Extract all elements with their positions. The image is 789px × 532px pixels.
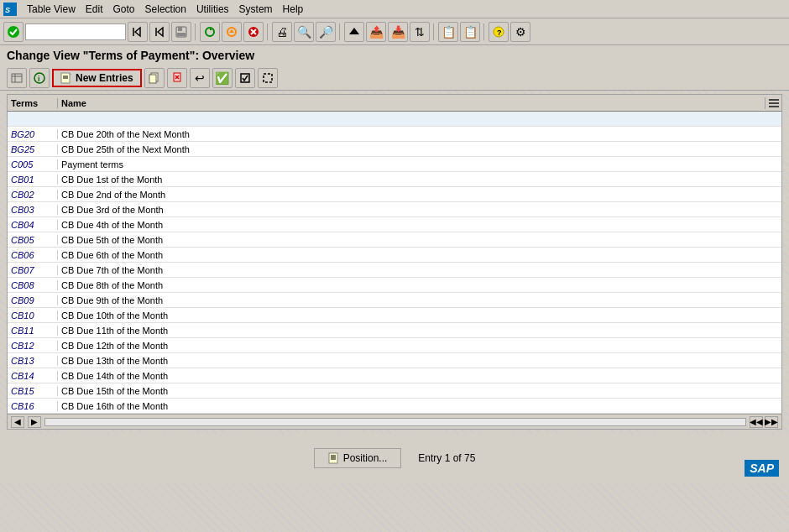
- menu-bar: S Table View Edit Goto Selection Utiliti…: [0, 0, 789, 18]
- cell-name: CB Due 3rd of the Month: [58, 205, 781, 215]
- svg-rect-24: [241, 74, 249, 82]
- toolbar-separator-2: [267, 23, 269, 40]
- table-row[interactable]: CB06 CB Due 6th of the Month: [8, 248, 781, 263]
- table-row[interactable]: BG25 CB Due 25th of the Next Month: [8, 142, 781, 157]
- table-row[interactable]: [8, 112, 781, 127]
- sap-icon: S: [3, 3, 17, 16]
- svg-rect-27: [769, 102, 779, 104]
- position-icon: [328, 452, 340, 464]
- cell-name: CB Due 2nd of the Month: [58, 190, 781, 200]
- new-entries-label: New Entries: [76, 72, 133, 84]
- cell-name: CB Due 1st of the Month: [58, 175, 781, 185]
- table-row[interactable]: CB05 CB Due 5th of the Month: [8, 232, 781, 248]
- cell-name: CB Due 13th of the Month: [58, 356, 781, 366]
- clipboard1-button[interactable]: 📋: [438, 22, 458, 42]
- table-row[interactable]: CB08 CB Due 8th of the Month: [8, 278, 781, 293]
- cell-terms: CB01: [8, 175, 58, 185]
- select-all-button[interactable]: [235, 68, 255, 88]
- table-row[interactable]: CB01 CB Due 1st of the Month: [8, 172, 781, 187]
- print-button[interactable]: 🖨: [272, 22, 292, 42]
- find1-button[interactable]: 🔍: [294, 22, 314, 42]
- table-row[interactable]: CB14 CB Due 14th of the Month: [8, 368, 781, 383]
- refresh-button[interactable]: [200, 22, 220, 42]
- table-body[interactable]: BG20 CB Due 20th of the Next Month BG25 …: [8, 112, 781, 414]
- menu-utilities[interactable]: Utilities: [191, 2, 234, 17]
- nav-back-button[interactable]: [149, 22, 170, 42]
- position-button[interactable]: Position...: [314, 448, 402, 468]
- cell-name: CB Due 4th of the Month: [58, 220, 781, 230]
- toolbar-separator-1: [195, 23, 196, 40]
- cell-terms: BG25: [8, 144, 58, 154]
- help-button[interactable]: ?: [489, 22, 509, 42]
- delete-button[interactable]: [167, 68, 187, 88]
- table-row[interactable]: CB09 CB Due 9th of the Month: [8, 293, 781, 308]
- page-title: Change View "Terms of Payment": Overview: [0, 45, 789, 65]
- table-row[interactable]: CB03 CB Due 3rd of the Month: [8, 202, 781, 217]
- table-row[interactable]: CB02 CB Due 2nd of the Month: [8, 187, 781, 202]
- cell-name: CB Due 8th of the Month: [58, 280, 781, 290]
- scroll-track[interactable]: [44, 418, 746, 426]
- menu-help[interactable]: Help: [278, 2, 309, 17]
- new-entries-icon: [60, 72, 72, 84]
- cell-terms: CB09: [8, 295, 58, 305]
- cell-name: CB Due 12th of the Month: [58, 341, 781, 351]
- cell-name: CB Due 10th of the Month: [58, 310, 781, 321]
- cell-terms: CB03: [8, 205, 58, 215]
- transfer-button[interactable]: ⇅: [410, 22, 430, 42]
- scroll-far-right-button[interactable]: ▶▶: [765, 416, 778, 428]
- import-button[interactable]: 📥: [388, 22, 408, 42]
- col-settings-icon[interactable]: [765, 97, 781, 109]
- table-row[interactable]: CB16 CB Due 16th of the Month: [8, 399, 781, 414]
- svg-point-2: [8, 26, 19, 38]
- menu-selection[interactable]: Selection: [140, 2, 191, 17]
- table-row[interactable]: CB11 CB Due 11th of the Month: [8, 323, 781, 338]
- action-toolbar: i New Entries ↩ ✅: [0, 65, 789, 91]
- up-button[interactable]: [222, 22, 242, 42]
- toolbar-separator-4: [433, 23, 435, 40]
- display-list-button[interactable]: [7, 68, 27, 88]
- svg-rect-11: [12, 74, 22, 82]
- settings-button[interactable]: ⚙: [510, 22, 530, 42]
- menu-goto[interactable]: Goto: [108, 2, 140, 17]
- confirm-button[interactable]: [3, 22, 24, 42]
- check-button[interactable]: ✅: [212, 68, 233, 88]
- save-button[interactable]: [171, 22, 191, 42]
- display-info-button[interactable]: i: [29, 68, 50, 88]
- new-entries-button[interactable]: New Entries: [52, 69, 142, 87]
- menu-table-view[interactable]: Table View: [22, 2, 81, 17]
- deselect-button[interactable]: [258, 68, 278, 88]
- find2-button[interactable]: 🔎: [316, 22, 336, 42]
- table-row[interactable]: CB12 CB Due 12th of the Month: [8, 338, 781, 353]
- table-row[interactable]: CB07 CB Due 7th of the Month: [8, 263, 781, 278]
- export-button[interactable]: 📤: [366, 22, 386, 42]
- toolbar-separator-5: [483, 23, 485, 40]
- table-row[interactable]: CB10 CB Due 10th of the Month: [8, 308, 781, 323]
- table-row[interactable]: BG20 CB Due 20th of the Next Month: [8, 127, 781, 142]
- main-toolbar: 🖨 🔍 🔎 📤 📥 ⇅ 📋 📋 ? ⚙: [0, 18, 789, 45]
- clipboard2-button[interactable]: 📋: [460, 22, 480, 42]
- table-header: Terms Name: [8, 95, 781, 112]
- horizontal-scrollbar: ◀ ▶ ◀◀ ▶▶: [8, 414, 781, 429]
- cell-name: CB Due 20th of the Next Month: [58, 129, 781, 139]
- nav-up-button[interactable]: [344, 22, 364, 42]
- svg-rect-5: [177, 33, 185, 36]
- table-row[interactable]: CB04 CB Due 4th of the Month: [8, 217, 781, 232]
- table-row[interactable]: C005 Payment terms: [8, 157, 781, 172]
- table-row[interactable]: CB15 CB Due 15th of the Month: [8, 383, 781, 399]
- command-field[interactable]: [25, 23, 126, 40]
- svg-rect-20: [149, 75, 156, 83]
- undo-button[interactable]: ↩: [190, 68, 210, 88]
- stop-button[interactable]: [243, 22, 264, 42]
- nav-first-button[interactable]: [128, 22, 148, 42]
- cell-terms: CB14: [8, 371, 58, 381]
- scroll-left-button[interactable]: ◀: [11, 416, 24, 428]
- svg-rect-28: [769, 106, 779, 107]
- scroll-right-button[interactable]: ▶: [28, 416, 41, 428]
- menu-system[interactable]: System: [234, 2, 278, 17]
- table-row[interactable]: CB13 CB Due 13th of the Month: [8, 353, 781, 368]
- menu-edit[interactable]: Edit: [81, 2, 108, 17]
- cell-terms: CB08: [8, 280, 58, 290]
- svg-text:S: S: [5, 6, 10, 14]
- scroll-far-left-button[interactable]: ◀◀: [750, 416, 763, 428]
- copy-button[interactable]: [144, 68, 165, 88]
